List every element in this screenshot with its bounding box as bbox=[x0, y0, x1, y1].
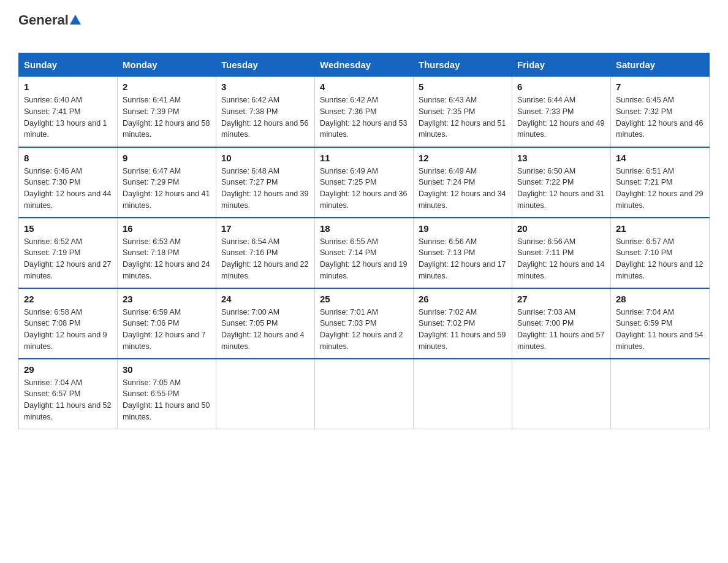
day-number: 18 bbox=[320, 223, 408, 234]
day-cell: 3 Sunrise: 6:42 AM Sunset: 7:38 PM Dayli… bbox=[216, 77, 315, 147]
day-number: 29 bbox=[24, 364, 112, 375]
day-number: 9 bbox=[123, 153, 211, 163]
day-number: 13 bbox=[517, 153, 605, 163]
day-number: 14 bbox=[616, 153, 704, 163]
week-row-2: 8 Sunrise: 6:46 AM Sunset: 7:30 PM Dayli… bbox=[19, 147, 710, 218]
day-info: Sunrise: 7:05 AM Sunset: 6:55 PM Dayligh… bbox=[123, 377, 211, 423]
day-cell: 24 Sunrise: 7:00 AM Sunset: 7:05 PM Dayl… bbox=[216, 288, 315, 359]
day-number: 30 bbox=[123, 364, 211, 375]
day-cell: 26 Sunrise: 7:02 AM Sunset: 7:02 PM Dayl… bbox=[414, 288, 512, 359]
page-header: General bbox=[18, 12, 710, 42]
week-row-5: 29 Sunrise: 7:04 AM Sunset: 6:57 PM Dayl… bbox=[19, 359, 710, 429]
day-info: Sunrise: 6:47 AM Sunset: 7:29 PM Dayligh… bbox=[123, 166, 211, 212]
day-info: Sunrise: 7:02 AM Sunset: 7:02 PM Dayligh… bbox=[419, 307, 507, 353]
day-number: 28 bbox=[616, 294, 704, 304]
day-info: Sunrise: 7:03 AM Sunset: 7:00 PM Dayligh… bbox=[517, 307, 605, 353]
column-header-friday: Friday bbox=[512, 53, 611, 77]
calendar-table: SundayMondayTuesdayWednesdayThursdayFrid… bbox=[18, 53, 710, 429]
day-number: 4 bbox=[320, 82, 408, 92]
day-number: 20 bbox=[517, 223, 605, 234]
week-row-1: 1 Sunrise: 6:40 AM Sunset: 7:41 PM Dayli… bbox=[19, 77, 710, 147]
day-info: Sunrise: 6:53 AM Sunset: 7:18 PM Dayligh… bbox=[123, 236, 211, 282]
day-info: Sunrise: 6:55 AM Sunset: 7:14 PM Dayligh… bbox=[320, 236, 408, 282]
calendar-header-row: SundayMondayTuesdayWednesdayThursdayFrid… bbox=[19, 53, 710, 77]
day-number: 25 bbox=[320, 294, 408, 304]
day-cell: 12 Sunrise: 6:49 AM Sunset: 7:24 PM Dayl… bbox=[414, 147, 512, 218]
day-info: Sunrise: 6:42 AM Sunset: 7:38 PM Dayligh… bbox=[221, 94, 309, 140]
day-number: 16 bbox=[123, 223, 211, 234]
day-number: 26 bbox=[419, 294, 507, 304]
day-info: Sunrise: 6:58 AM Sunset: 7:08 PM Dayligh… bbox=[24, 307, 112, 353]
day-cell bbox=[512, 359, 611, 429]
day-number: 3 bbox=[221, 82, 309, 92]
day-cell: 15 Sunrise: 6:52 AM Sunset: 7:19 PM Dayl… bbox=[19, 218, 118, 288]
svg-marker-0 bbox=[70, 15, 81, 25]
day-cell: 18 Sunrise: 6:55 AM Sunset: 7:14 PM Dayl… bbox=[315, 218, 414, 288]
day-cell: 22 Sunrise: 6:58 AM Sunset: 7:08 PM Dayl… bbox=[19, 288, 118, 359]
day-info: Sunrise: 6:46 AM Sunset: 7:30 PM Dayligh… bbox=[24, 166, 112, 212]
day-number: 12 bbox=[419, 153, 507, 163]
day-cell: 6 Sunrise: 6:44 AM Sunset: 7:33 PM Dayli… bbox=[512, 77, 611, 147]
day-cell: 1 Sunrise: 6:40 AM Sunset: 7:41 PM Dayli… bbox=[19, 77, 118, 147]
day-number: 10 bbox=[221, 153, 309, 163]
day-cell: 30 Sunrise: 7:05 AM Sunset: 6:55 PM Dayl… bbox=[118, 359, 216, 429]
day-cell bbox=[611, 359, 710, 429]
day-cell: 11 Sunrise: 6:49 AM Sunset: 7:25 PM Dayl… bbox=[315, 147, 414, 218]
day-number: 2 bbox=[123, 82, 211, 92]
day-cell bbox=[216, 359, 315, 429]
day-cell: 28 Sunrise: 7:04 AM Sunset: 6:59 PM Dayl… bbox=[611, 288, 710, 359]
day-info: Sunrise: 7:04 AM Sunset: 6:57 PM Dayligh… bbox=[24, 377, 112, 423]
day-cell: 19 Sunrise: 6:56 AM Sunset: 7:13 PM Dayl… bbox=[414, 218, 512, 288]
day-info: Sunrise: 6:56 AM Sunset: 7:11 PM Dayligh… bbox=[517, 236, 605, 282]
day-info: Sunrise: 6:59 AM Sunset: 7:06 PM Dayligh… bbox=[123, 307, 211, 353]
column-header-thursday: Thursday bbox=[414, 53, 512, 77]
day-number: 7 bbox=[616, 82, 704, 92]
day-cell: 8 Sunrise: 6:46 AM Sunset: 7:30 PM Dayli… bbox=[19, 147, 118, 218]
column-header-sunday: Sunday bbox=[19, 53, 118, 77]
day-cell: 17 Sunrise: 6:54 AM Sunset: 7:16 PM Dayl… bbox=[216, 218, 315, 288]
day-cell bbox=[414, 359, 512, 429]
day-cell: 29 Sunrise: 7:04 AM Sunset: 6:57 PM Dayl… bbox=[19, 359, 118, 429]
column-header-wednesday: Wednesday bbox=[315, 53, 414, 77]
day-cell: 27 Sunrise: 7:03 AM Sunset: 7:00 PM Dayl… bbox=[512, 288, 611, 359]
day-info: Sunrise: 7:04 AM Sunset: 6:59 PM Dayligh… bbox=[616, 307, 704, 353]
day-cell: 2 Sunrise: 6:41 AM Sunset: 7:39 PM Dayli… bbox=[118, 77, 216, 147]
column-header-saturday: Saturday bbox=[611, 53, 710, 77]
day-info: Sunrise: 6:40 AM Sunset: 7:41 PM Dayligh… bbox=[24, 94, 112, 140]
day-info: Sunrise: 7:01 AM Sunset: 7:03 PM Dayligh… bbox=[320, 307, 408, 353]
logo-text: General bbox=[18, 12, 82, 28]
day-info: Sunrise: 6:54 AM Sunset: 7:16 PM Dayligh… bbox=[221, 236, 309, 282]
day-info: Sunrise: 6:42 AM Sunset: 7:36 PM Dayligh… bbox=[320, 94, 408, 140]
day-cell: 10 Sunrise: 6:48 AM Sunset: 7:27 PM Dayl… bbox=[216, 147, 315, 218]
day-info: Sunrise: 6:52 AM Sunset: 7:19 PM Dayligh… bbox=[24, 236, 112, 282]
day-number: 19 bbox=[419, 223, 507, 234]
day-number: 21 bbox=[616, 223, 704, 234]
day-number: 17 bbox=[221, 223, 309, 234]
day-number: 27 bbox=[517, 294, 605, 304]
day-number: 5 bbox=[419, 82, 507, 92]
day-cell: 16 Sunrise: 6:53 AM Sunset: 7:18 PM Dayl… bbox=[118, 218, 216, 288]
day-cell: 4 Sunrise: 6:42 AM Sunset: 7:36 PM Dayli… bbox=[315, 77, 414, 147]
logo-general: General bbox=[18, 12, 69, 28]
day-cell: 25 Sunrise: 7:01 AM Sunset: 7:03 PM Dayl… bbox=[315, 288, 414, 359]
day-cell: 7 Sunrise: 6:45 AM Sunset: 7:32 PM Dayli… bbox=[611, 77, 710, 147]
day-cell: 13 Sunrise: 6:50 AM Sunset: 7:22 PM Dayl… bbox=[512, 147, 611, 218]
week-row-3: 15 Sunrise: 6:52 AM Sunset: 7:19 PM Dayl… bbox=[19, 218, 710, 288]
logo-triangle-icon bbox=[69, 13, 82, 27]
day-info: Sunrise: 6:48 AM Sunset: 7:27 PM Dayligh… bbox=[221, 166, 309, 212]
day-number: 11 bbox=[320, 153, 408, 163]
day-info: Sunrise: 6:45 AM Sunset: 7:32 PM Dayligh… bbox=[616, 94, 704, 140]
day-cell: 21 Sunrise: 6:57 AM Sunset: 7:10 PM Dayl… bbox=[611, 218, 710, 288]
day-info: Sunrise: 7:00 AM Sunset: 7:05 PM Dayligh… bbox=[221, 307, 309, 353]
day-info: Sunrise: 6:49 AM Sunset: 7:25 PM Dayligh… bbox=[320, 166, 408, 212]
day-number: 15 bbox=[24, 223, 112, 234]
day-info: Sunrise: 6:44 AM Sunset: 7:33 PM Dayligh… bbox=[517, 94, 605, 140]
day-info: Sunrise: 6:41 AM Sunset: 7:39 PM Dayligh… bbox=[123, 94, 211, 140]
day-number: 24 bbox=[221, 294, 309, 304]
day-number: 1 bbox=[24, 82, 112, 92]
day-cell: 20 Sunrise: 6:56 AM Sunset: 7:11 PM Dayl… bbox=[512, 218, 611, 288]
calendar-body: 1 Sunrise: 6:40 AM Sunset: 7:41 PM Dayli… bbox=[19, 77, 710, 429]
day-cell bbox=[315, 359, 414, 429]
day-info: Sunrise: 6:43 AM Sunset: 7:35 PM Dayligh… bbox=[419, 94, 507, 140]
logo: General bbox=[18, 12, 82, 42]
